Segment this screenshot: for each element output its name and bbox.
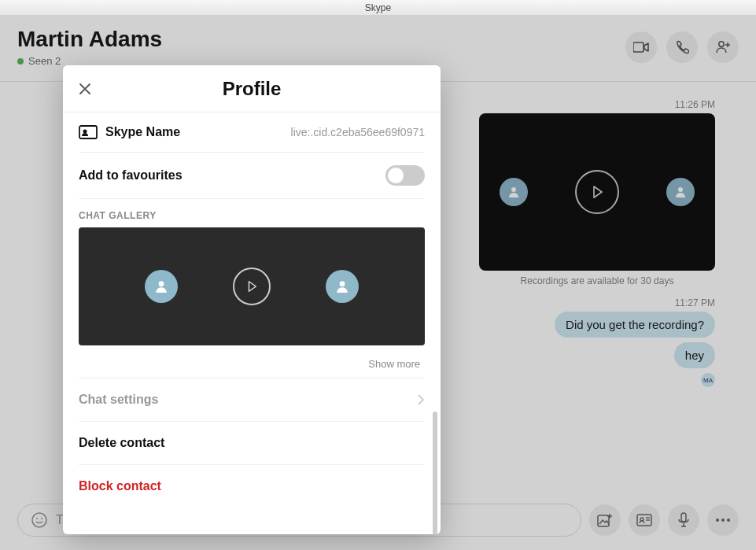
chat-settings-row[interactable]: Chat settings <box>79 378 425 422</box>
svg-point-17 <box>83 130 87 134</box>
svg-rect-16 <box>79 126 97 138</box>
favourites-row: Add to favourites <box>79 153 425 199</box>
show-more-link[interactable]: Show more <box>79 345 425 378</box>
favourites-toggle[interactable] <box>385 165 425 186</box>
play-icon <box>233 268 271 305</box>
chat-gallery-label: CHAT GALLERY <box>79 199 425 227</box>
gallery-thumbnail[interactable] <box>79 227 425 345</box>
close-button[interactable] <box>76 79 94 98</box>
modal-body: Skype Name live:.cid.c2eba56ee69f0971 Ad… <box>63 113 441 534</box>
svg-point-18 <box>159 281 164 286</box>
scrollbar[interactable] <box>433 412 437 534</box>
block-contact-label: Block contact <box>79 479 161 493</box>
svg-point-19 <box>340 281 345 286</box>
modal-header: Profile <box>63 65 441 113</box>
skype-name-label: Skype Name <box>79 125 180 139</box>
favourites-label: Add to favourites <box>79 168 183 183</box>
id-card-icon <box>79 125 98 139</box>
chat-settings-label: Chat settings <box>79 393 158 407</box>
delete-contact-label: Delete contact <box>79 436 164 450</box>
close-icon <box>79 83 91 95</box>
toggle-knob <box>388 168 404 183</box>
profile-modal: Profile Skype Name live:.cid.c2eba56ee69… <box>63 65 441 534</box>
skype-name-value[interactable]: live:.cid.c2eba56ee69f0971 <box>291 126 425 138</box>
chevron-right-icon <box>417 393 425 406</box>
participant-avatar-icon <box>145 270 178 303</box>
window-titlebar: Skype <box>0 0 756 16</box>
delete-contact-row[interactable]: Delete contact <box>79 422 425 465</box>
modal-title: Profile <box>223 78 282 100</box>
chat-window: Martin Adams Seen 2 11:26 PM <box>0 16 756 550</box>
block-contact-row[interactable]: Block contact <box>79 465 425 508</box>
skype-name-label-text: Skype Name <box>105 125 180 139</box>
skype-name-row: Skype Name live:.cid.c2eba56ee69f0971 <box>79 113 425 153</box>
participant-avatar-icon <box>326 270 359 303</box>
